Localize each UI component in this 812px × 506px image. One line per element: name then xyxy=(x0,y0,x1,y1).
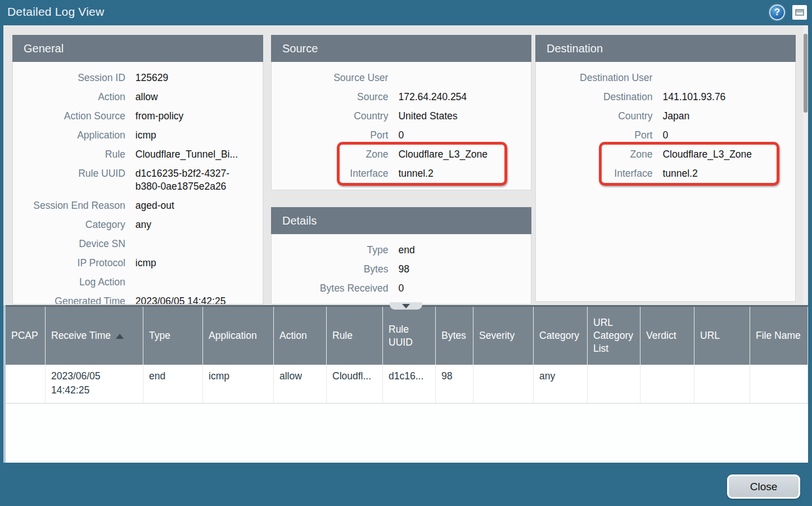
chevron-down-icon xyxy=(402,304,410,308)
field-type: Typeend xyxy=(272,241,531,260)
panel-details-header: Details xyxy=(271,207,531,234)
field-category: Categoryany xyxy=(13,216,263,235)
field-log-action: Log Action xyxy=(13,273,263,292)
source-zone-interface-group: ZoneCloudflare_L3_Zone Interfacetunnel.2 xyxy=(272,145,531,183)
table-row[interactable]: 2023/06/05 14:42:25 end icmp allow Cloud… xyxy=(6,365,808,404)
panel-general-body: Session ID125629 Actionallow Action Sour… xyxy=(12,62,263,305)
destination-zone-interface-group: ZoneCloudflare_L3_Zone Interfacetunnel.2 xyxy=(536,145,795,183)
field-destination-interface: Interfacetunnel.2 xyxy=(536,164,795,183)
column-header-action[interactable]: Action xyxy=(274,307,327,365)
field-generated-time: Generated Time2023/06/05 14:42:25 xyxy=(13,292,263,305)
detailed-log-view-dialog: Detailed Log View ? General Session ID12… xyxy=(0,0,812,506)
vertical-scrollbar[interactable] xyxy=(803,25,808,305)
panel-destination-header: Destination xyxy=(535,35,796,62)
cell-file-name xyxy=(750,365,808,403)
column-header-verdict[interactable]: Verdict xyxy=(640,307,694,365)
log-table: PCAP Receive Time Type Application Actio… xyxy=(3,305,808,463)
column-header-rule[interactable]: Rule xyxy=(327,307,383,365)
cell-url-category-list xyxy=(588,365,640,403)
cell-url xyxy=(694,365,750,403)
field-ip-protocol: IP Protocolicmp xyxy=(13,254,263,273)
column-header-receive-time[interactable]: Receive Time xyxy=(46,307,143,365)
splitter-handle[interactable] xyxy=(390,302,422,310)
log-table-header: PCAP Receive Time Type Application Actio… xyxy=(6,305,808,365)
panel-general-header: General xyxy=(12,35,263,62)
log-detail-panels: General Session ID125629 Actionallow Act… xyxy=(3,25,808,305)
column-header-application[interactable]: Application xyxy=(203,307,274,365)
cell-type: end xyxy=(143,365,203,403)
column-header-bytes[interactable]: Bytes xyxy=(436,307,473,365)
panel-general: General Session ID125629 Actionallow Act… xyxy=(12,35,263,305)
window-restore-icon[interactable] xyxy=(792,5,807,20)
field-destination-port: Port0 xyxy=(536,126,795,145)
column-header-rule-uuid[interactable]: Rule UUID xyxy=(383,307,436,365)
panel-source: Source Source User Source172.64.240.254 … xyxy=(271,35,531,190)
field-bytes-received: Bytes Received0 xyxy=(272,279,531,298)
panel-destination-body: Destination User Destination141.101.93.7… xyxy=(535,62,796,302)
cell-rule: Cloudfl... xyxy=(327,365,383,403)
field-destination-user: Destination User xyxy=(536,69,795,88)
scrollbar-thumb[interactable] xyxy=(804,34,808,113)
field-destination: Destination141.101.93.76 xyxy=(536,88,795,107)
panel-source-header: Source xyxy=(271,35,531,62)
cell-rule-uuid: d1c16... xyxy=(383,365,436,403)
field-session-end-reason: Session End Reasonaged-out xyxy=(13,196,263,216)
panel-details: Details Typeend Bytes98 Bytes Received0 xyxy=(271,207,531,305)
panel-details-body: Typeend Bytes98 Bytes Received0 xyxy=(271,234,531,305)
window-pane-glyph xyxy=(795,9,804,16)
titlebar-icons: ? xyxy=(769,5,807,20)
field-device-sn: Device SN xyxy=(13,235,263,254)
column-header-category[interactable]: Category xyxy=(534,307,588,365)
help-icon[interactable]: ? xyxy=(769,5,785,20)
sort-ascending-icon xyxy=(116,334,124,339)
field-bytes: Bytes98 xyxy=(272,260,531,279)
field-destination-country: CountryJapan xyxy=(536,107,795,126)
field-action-source: Action Sourcefrom-policy xyxy=(13,107,263,126)
column-header-type[interactable]: Type xyxy=(143,307,203,365)
field-source-user: Source User xyxy=(272,69,531,88)
titlebar: Detailed Log View ? xyxy=(0,0,812,25)
cell-verdict xyxy=(640,365,694,403)
field-action: Actionallow xyxy=(13,88,263,107)
field-rule-uuid: Rule UUIDd1c16235-b2f2-4327-b380-0ae1875… xyxy=(13,164,263,196)
field-source-zone: ZoneCloudflare_L3_Zone xyxy=(272,145,531,164)
cell-application: icmp xyxy=(203,365,274,403)
cell-category: any xyxy=(534,365,588,403)
cell-bytes: 98 xyxy=(436,365,473,403)
field-session-id: Session ID125629 xyxy=(13,69,263,88)
panel-source-body: Source User Source172.64.240.254 Country… xyxy=(271,62,531,190)
column-header-severity[interactable]: Severity xyxy=(473,307,534,365)
cell-action: allow xyxy=(274,365,327,403)
field-destination-zone: ZoneCloudflare_L3_Zone xyxy=(536,145,795,164)
field-source-country: CountryUnited States xyxy=(272,107,531,126)
field-source: Source172.64.240.254 xyxy=(272,88,531,107)
column-header-pcap[interactable]: PCAP xyxy=(6,307,46,365)
field-rule: RuleCloudflare_Tunnel_Bi... xyxy=(13,145,263,164)
column-header-file-name[interactable]: File Name xyxy=(750,307,808,365)
cell-receive-time: 2023/06/05 14:42:25 xyxy=(46,365,143,403)
cell-severity xyxy=(473,365,534,403)
close-button[interactable]: Close xyxy=(727,474,800,499)
cell-pcap xyxy=(6,365,46,403)
dialog-title: Detailed Log View xyxy=(7,5,104,19)
column-header-url-category-list[interactable]: URL Category List xyxy=(588,307,640,365)
field-source-port: Port0 xyxy=(272,126,531,145)
field-application: Applicationicmp xyxy=(13,126,263,145)
panel-destination: Destination Destination User Destination… xyxy=(535,35,796,302)
field-source-interface: Interfacetunnel.2 xyxy=(272,164,531,183)
column-header-url[interactable]: URL xyxy=(694,307,750,365)
